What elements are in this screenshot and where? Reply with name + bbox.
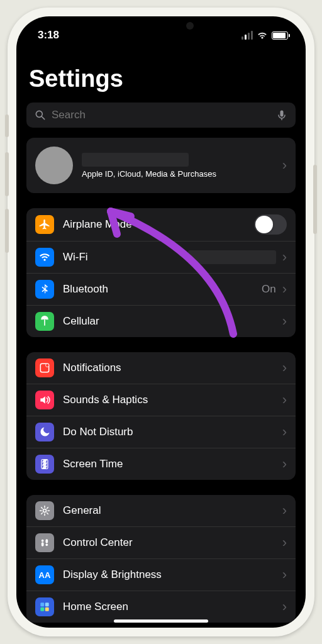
svg-rect-9 <box>42 542 44 547</box>
row-label: Wi-Fi <box>63 251 188 264</box>
dnd-icon <box>35 423 54 441</box>
svg-point-7 <box>43 509 47 513</box>
notifications-icon <box>35 358 54 377</box>
notch <box>98 16 224 35</box>
row-label: General <box>63 504 280 517</box>
chevron-right-icon: › <box>282 313 287 330</box>
settings-content[interactable]: Settings Apple ID, iCloud, Media & Purch… <box>16 47 306 628</box>
chevron-right-icon: › <box>282 360 287 376</box>
silent-switch <box>5 114 9 137</box>
chevron-right-icon: › <box>282 249 287 265</box>
row-label: Cellular <box>63 315 280 328</box>
power-button <box>313 165 317 234</box>
cellular-icon <box>35 312 54 331</box>
row-label: Notifications <box>63 362 280 374</box>
svg-rect-13 <box>45 602 49 606</box>
svg-point-8 <box>42 540 44 542</box>
settings-group: Airplane ModeWi-Fi›BluetoothOn›Cellular› <box>26 208 296 337</box>
screentime-icon <box>35 455 54 474</box>
cellular-signal-icon <box>242 31 253 40</box>
settings-row-controlcenter[interactable]: Control Center› <box>26 527 296 559</box>
settings-row-display[interactable]: AADisplay & Brightness› <box>26 559 296 591</box>
svg-point-0 <box>36 111 42 117</box>
svg-rect-15 <box>45 608 49 611</box>
status-icons <box>242 31 288 40</box>
avatar <box>35 147 73 184</box>
screen: 3:18 Settings Ap <box>16 16 306 628</box>
bluetooth-icon <box>35 280 54 299</box>
settings-group: General›Control Center›AADisplay & Brigh… <box>26 495 296 623</box>
row-label: Airplane Mode <box>63 218 254 231</box>
search-input[interactable] <box>52 109 270 121</box>
controlcenter-icon <box>35 533 54 552</box>
svg-rect-12 <box>40 602 44 606</box>
chevron-right-icon: › <box>282 281 287 297</box>
airplane-icon <box>35 215 54 234</box>
wifi-name-redacted <box>188 250 276 264</box>
wifi-icon <box>35 248 54 267</box>
sounds-icon <box>35 391 54 409</box>
toggle[interactable] <box>254 214 287 235</box>
row-label: Display & Brightness <box>63 569 280 581</box>
status-time: 3:18 <box>38 29 59 42</box>
chevron-right-icon: › <box>282 456 287 472</box>
row-label: Home Screen <box>63 601 280 613</box>
settings-row-homescreen[interactable]: Home Screen› <box>26 591 296 623</box>
volume-down <box>5 209 9 253</box>
row-label: Control Center <box>63 536 280 549</box>
apple-id-row[interactable]: Apple ID, iCloud, Media & Purchases › <box>26 138 296 193</box>
display-icon: AA <box>35 565 54 584</box>
homescreen-icon <box>35 597 54 616</box>
svg-point-5 <box>46 364 49 367</box>
svg-rect-14 <box>40 608 44 611</box>
chevron-right-icon: › <box>282 157 287 174</box>
settings-row-general[interactable]: General› <box>26 495 296 527</box>
svg-rect-11 <box>46 539 48 543</box>
settings-row-sounds[interactable]: Sounds & Haptics› <box>26 384 296 416</box>
search-icon <box>34 109 47 121</box>
page-title: Settings <box>16 47 306 99</box>
chevron-right-icon: › <box>282 424 287 440</box>
profile-text: Apple ID, iCloud, Media & Purchases <box>82 153 280 179</box>
settings-row-screentime[interactable]: Screen Time› <box>26 448 296 480</box>
settings-row-airplane[interactable]: Airplane Mode <box>26 208 296 242</box>
wifi-status-icon <box>257 31 268 40</box>
settings-row-cellular[interactable]: Cellular› <box>26 306 296 337</box>
svg-line-1 <box>42 117 45 119</box>
camera <box>186 22 194 30</box>
row-label: Do Not Disturb <box>63 426 280 438</box>
settings-row-bluetooth[interactable]: BluetoothOn› <box>26 274 296 306</box>
battery-icon <box>272 31 288 40</box>
row-value: On <box>262 283 276 296</box>
settings-row-notifications[interactable]: Notifications› <box>26 352 296 384</box>
settings-row-dnd[interactable]: Do Not Disturb› <box>26 416 296 448</box>
mic-icon[interactable] <box>275 109 288 121</box>
search-bar[interactable] <box>26 103 296 128</box>
row-label: Sounds & Haptics <box>63 394 280 406</box>
chevron-right-icon: › <box>282 502 287 519</box>
svg-rect-3 <box>44 319 45 326</box>
chevron-right-icon: › <box>282 567 287 583</box>
svg-rect-2 <box>280 111 284 117</box>
home-indicator[interactable] <box>114 619 208 623</box>
volume-up <box>5 152 9 196</box>
row-label: Bluetooth <box>63 283 262 296</box>
chevron-right-icon: › <box>282 599 287 615</box>
settings-group: Notifications›Sounds & Haptics›Do Not Di… <box>26 352 296 480</box>
phone-frame: 3:18 Settings Ap <box>8 8 314 636</box>
chevron-right-icon: › <box>282 535 287 551</box>
profile-subtitle: Apple ID, iCloud, Media & Purchases <box>82 169 280 179</box>
profile-name-redacted <box>82 153 189 167</box>
settings-row-wifi[interactable]: Wi-Fi› <box>26 242 296 274</box>
general-icon <box>35 501 54 520</box>
row-label: Screen Time <box>63 458 280 470</box>
profile-group: Apple ID, iCloud, Media & Purchases › <box>26 138 296 193</box>
chevron-right-icon: › <box>282 392 287 408</box>
svg-point-10 <box>46 544 48 547</box>
